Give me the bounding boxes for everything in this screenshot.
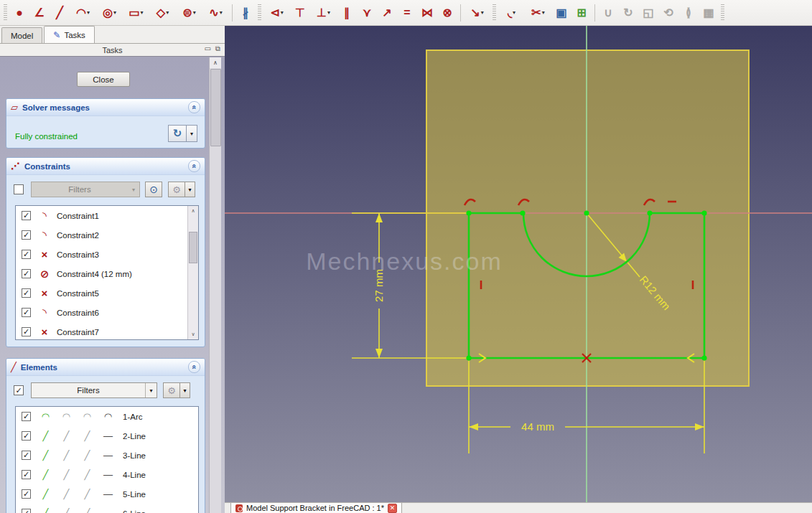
scroll-down-icon[interactable]: ∨ xyxy=(188,329,198,339)
element-row[interactable]: ✓╱╱╱—6-Line xyxy=(16,504,198,513)
element-row[interactable]: ✓╱╱╱—5-Line xyxy=(16,484,198,504)
constrain-parallel-button[interactable]: ∥ xyxy=(337,3,357,23)
constrain-horizontal-vertical-button[interactable]: ⊥▾ xyxy=(311,3,337,23)
document-tab[interactable]: Model Support Bracket in FreeCAD : 1* ✕ xyxy=(230,503,402,513)
dropdown-arrow-icon[interactable]: ▾ xyxy=(327,10,330,16)
3d-viewport[interactable]: 27 mm 44 mm R12 mm Mechnexus.com xyxy=(225,26,812,502)
create-bspline-button[interactable]: ∿▾ xyxy=(203,3,229,23)
create-rectangle-button[interactable]: ▭▾ xyxy=(123,3,149,23)
collapse-constraints-button[interactable]: « xyxy=(188,160,200,172)
scrollbar-thumb[interactable] xyxy=(189,232,197,263)
element-row[interactable]: ✓╱╱╱—4-Line xyxy=(16,465,198,484)
constraint-checkbox[interactable]: ✓ xyxy=(22,308,31,317)
constraint-row[interactable]: ✓×Constraint7 xyxy=(16,322,198,340)
external-geometry-button[interactable]: ▣ xyxy=(552,3,571,23)
dropdown-arrow-icon[interactable]: ▾ xyxy=(141,10,144,16)
constraints-icon: ⋰ xyxy=(11,161,20,171)
close-sketch-button[interactable]: Close xyxy=(77,72,130,87)
dropdown-arrow-icon[interactable]: ▾ xyxy=(542,10,545,16)
constraints-header[interactable]: ⋰ Constraints « xyxy=(6,158,205,175)
refresh-dropdown-button[interactable]: ▾ xyxy=(187,125,197,142)
constrain-tangent-button[interactable]: ↗ xyxy=(378,3,397,23)
scroll-up-icon[interactable]: ∧ xyxy=(210,57,221,68)
width-dimension-label[interactable]: 44 mm xyxy=(521,420,554,433)
element-row[interactable]: ✓╱╱╱—2-Line xyxy=(16,426,198,446)
element-checkbox[interactable]: ✓ xyxy=(22,509,31,513)
constraint-checkbox[interactable]: ✓ xyxy=(22,230,31,240)
element-checkbox[interactable]: ✓ xyxy=(22,451,31,460)
element-row[interactable]: ✓◠◠◠◠1-Arc xyxy=(16,407,198,426)
scroll-up-icon[interactable]: ∧ xyxy=(188,206,198,216)
constrain-dimension-button[interactable]: ↘▾ xyxy=(465,3,490,23)
create-arc-button[interactable]: ◠▾ xyxy=(70,3,96,23)
element-checkbox[interactable]: ✓ xyxy=(22,470,31,479)
dropdown-arrow-icon[interactable]: ▾ xyxy=(513,10,515,16)
minimize-panel-icon[interactable]: ▭ xyxy=(204,44,210,53)
constrain-symmetric-button[interactable]: ⋈ xyxy=(418,3,437,23)
collapse-solver-button[interactable]: « xyxy=(188,101,200,113)
element-checkbox[interactable]: ✓ xyxy=(22,431,31,441)
tasks-panel-scrollbar[interactable]: ∧ xyxy=(209,57,221,513)
elements-filter-combo[interactable]: Filters ▾ xyxy=(31,382,157,398)
scrollbar-thumb[interactable] xyxy=(210,69,221,146)
collapse-elements-button[interactable]: « xyxy=(188,361,200,373)
dropdown-arrow-icon[interactable]: ▾ xyxy=(220,10,223,16)
element-type-icons: ╱╱╱— xyxy=(35,469,120,480)
create-slot-button[interactable]: ⊜▾ xyxy=(177,3,202,23)
solver-messages-header[interactable]: ▱ Solver messages « xyxy=(6,99,205,116)
constrain-lock-button[interactable]: ⊲▾ xyxy=(264,3,290,23)
constraint-row[interactable]: ✓◝Constraint2 xyxy=(16,225,198,245)
element-checkbox[interactable]: ✓ xyxy=(22,489,31,499)
constraint-row[interactable]: ✓◝Constraint1 xyxy=(16,206,198,225)
close-document-icon[interactable]: ✕ xyxy=(388,504,397,513)
constraint-row[interactable]: ✓⊘Constraint4 (12 mm) xyxy=(16,264,198,283)
create-circle-button[interactable]: ◎▾ xyxy=(97,3,123,23)
elements-filter-checkbox[interactable]: ✓ xyxy=(14,385,24,395)
constraint-checkbox[interactable]: ✓ xyxy=(22,211,31,220)
constraints-filter-combo[interactable]: Filters ▾ xyxy=(31,182,140,197)
extruded-face[interactable] xyxy=(426,50,749,386)
trim-edge-button[interactable]: ✂▾ xyxy=(526,3,551,23)
constraints-settings-dropdown[interactable]: ▾ xyxy=(185,182,195,197)
element-checkbox[interactable]: ✓ xyxy=(22,412,31,421)
constraints-list-scrollbar[interactable]: ∧ ∨ xyxy=(187,206,198,339)
constraints-settings-button[interactable]: ⚙ xyxy=(168,182,185,197)
tab-model[interactable]: Model xyxy=(1,27,42,43)
constrain-equal-button[interactable]: = xyxy=(398,3,417,23)
constraint-row[interactable]: ✓◝Constraint6 xyxy=(16,303,198,322)
tangent-constraint-icon: ◝ xyxy=(35,306,54,319)
constraint-row[interactable]: ✓×Constraint5 xyxy=(16,283,198,303)
dropdown-arrow-icon[interactable]: ▾ xyxy=(281,10,284,16)
tab-tasks[interactable]: ✎ Tasks xyxy=(44,26,94,43)
create-point-button[interactable]: ● xyxy=(10,3,29,23)
element-type-icons: ◠◠◠◠ xyxy=(35,411,120,422)
create-polygon-button[interactable]: ◇▾ xyxy=(150,3,176,23)
element-row[interactable]: ✓╱╱╱—3-Line xyxy=(16,446,198,465)
refresh-solver-button[interactable]: ↻ xyxy=(168,125,187,142)
create-polyline-button[interactable]: ∠ xyxy=(30,3,50,23)
constrain-perpendicular-button[interactable]: ⋎ xyxy=(358,3,377,23)
constrain-block-button[interactable]: ⊗ xyxy=(438,3,457,23)
constraint-checkbox[interactable]: ✓ xyxy=(22,269,31,278)
elements-settings-button[interactable]: ⚙ xyxy=(163,382,180,398)
dropdown-arrow-icon[interactable]: ▾ xyxy=(166,10,169,16)
constraint-row[interactable]: ✓×Constraint3 xyxy=(16,245,198,264)
chevron-up-icon: « xyxy=(190,164,198,168)
dropdown-arrow-icon[interactable]: ▾ xyxy=(193,10,196,16)
constraint-checkbox[interactable]: ✓ xyxy=(22,327,31,336)
dropdown-arrow-icon[interactable]: ▾ xyxy=(481,10,484,16)
constraint-checkbox[interactable]: ✓ xyxy=(22,250,31,259)
elements-settings-dropdown[interactable]: ▾ xyxy=(180,382,190,398)
elements-header[interactable]: ╱ Elements « xyxy=(6,359,205,376)
float-panel-icon[interactable]: ⧉ xyxy=(215,44,220,53)
create-line-button[interactable]: ╱ xyxy=(50,3,70,23)
dropdown-arrow-icon[interactable]: ▾ xyxy=(113,10,116,16)
toggle-construction-geometry-button[interactable]: ∦ xyxy=(236,3,256,23)
dropdown-arrow-icon[interactable]: ▾ xyxy=(87,10,90,16)
show-hide-constraints-button[interactable]: ⊙ xyxy=(145,182,162,197)
constraints-filter-checkbox[interactable] xyxy=(14,184,24,194)
constraint-checkbox[interactable]: ✓ xyxy=(22,288,31,298)
constrain-coincident-button[interactable]: ⊤ xyxy=(291,3,310,23)
create-fillet-button[interactable]: ◟▾ xyxy=(499,3,525,23)
carbon-copy-button[interactable]: ⊞ xyxy=(572,3,592,23)
